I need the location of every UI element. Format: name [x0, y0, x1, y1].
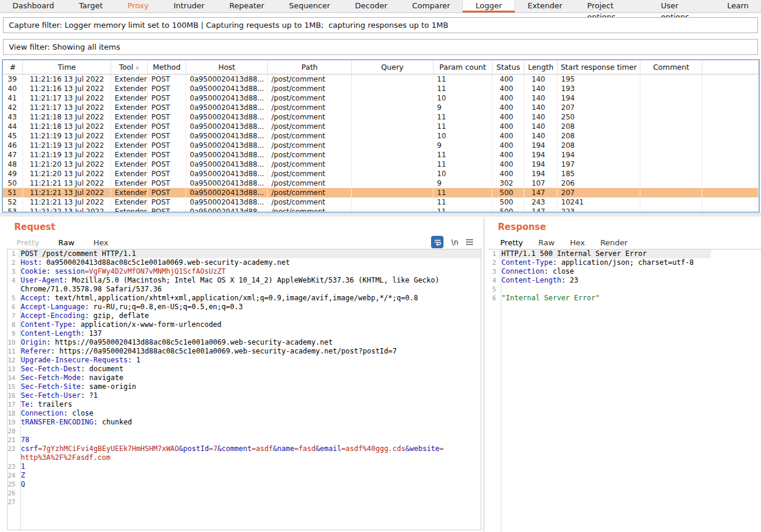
request-line-4: 4User-Agent: Mozilla/5.0 (Macintosh; Int… [8, 276, 481, 285]
cell-tool: Extender [111, 112, 148, 122]
column-header-time[interactable]: Time [23, 60, 111, 74]
syntax-segment: =VgFWy4D2vMfON7vMNMhjQ1ScfAOsUzZT [85, 267, 225, 275]
log-row-47[interactable]: 4711:21:19 13 Jul 2022ExtenderPOST0a9500… [3, 150, 759, 160]
line-number: 10 [8, 338, 18, 347]
syntax-segment: : https://0a9500020413d88ac08c5c1e001a00… [51, 347, 397, 355]
log-row-51[interactable]: 5111:21:21 13 Jul 2022ExtenderPOST0a9500… [3, 188, 759, 197]
cell-length: 140 [524, 93, 558, 103]
column-header-tool[interactable]: Tool∧ [111, 60, 148, 74]
cell-timer: 208 [558, 131, 640, 141]
main-tab-learn[interactable]: Learn [715, 0, 761, 12]
line-number: 15 [8, 382, 18, 391]
cell-timer: 197 [558, 160, 640, 169]
column-header-host[interactable]: Host [186, 60, 268, 74]
line-number: 26 [8, 489, 18, 498]
cell-method: POST [148, 131, 186, 141]
cell-path: /post/comment [268, 160, 352, 169]
view-filter-bar[interactable]: View filter: Showing all items [3, 39, 758, 55]
line-content: Content-Length: 23 [499, 276, 761, 285]
log-row-49[interactable]: 4911:21:20 13 Jul 2022ExtenderPOST0a9500… [3, 169, 759, 179]
cell-length: 243 [524, 197, 558, 207]
cell-comment [640, 103, 702, 112]
main-tab-extender[interactable]: Extender [515, 0, 575, 12]
column-header-start-response-timer[interactable]: Start response timer [558, 60, 640, 74]
cell-tool: Extender [111, 122, 148, 131]
response-line-1: 1HTTP/1.1 500 Internal Server Error [488, 249, 761, 258]
cell-id: 49 [3, 169, 23, 179]
column-header-param-count[interactable]: Param count [433, 60, 493, 74]
log-row-46[interactable]: 4611:21:19 13 Jul 2022ExtenderPOST0a9500… [3, 141, 759, 150]
cell-host: 0a9500020413d88... [186, 207, 268, 212]
capture-filter-bar[interactable]: Capture filter: Logger memory limit set … [3, 17, 758, 33]
word-wrap-toggle-icon[interactable] [431, 236, 443, 248]
cell-status: 400 [493, 112, 524, 122]
cell-id: 51 [3, 188, 23, 197]
newline-display-icon[interactable]: \n [451, 238, 458, 246]
syntax-segment: =fasd [294, 445, 316, 453]
log-row-52[interactable]: 5211:21:21 13 Jul 2022ExtenderPOST0a9500… [3, 197, 759, 207]
syntax-segment: : navigate [80, 374, 123, 382]
column-header-query[interactable]: Query [352, 60, 433, 74]
cell-host: 0a9500020413d88... [186, 103, 268, 112]
response-editor-tabs: PrettyRawHexRender [484, 236, 761, 248]
syntax-segment: session [55, 267, 85, 275]
column-header--[interactable]: # [3, 60, 23, 74]
column-header-status[interactable]: Status [493, 60, 524, 74]
line-content: tRANSFER-ENCODING: chunked [18, 418, 481, 427]
main-tab-project-options[interactable]: Project options [575, 0, 649, 12]
response-line-2: 2Content-Type: application/json; charset… [488, 258, 761, 267]
line-content: Sec-Fetch-Site: same-origin [18, 382, 481, 391]
cell-tool: Extender [111, 160, 148, 169]
request-line-20: 20 [8, 427, 481, 436]
log-row-50[interactable]: 5011:21:21 13 Jul 2022ExtenderPOST0a9500… [3, 179, 759, 188]
request-line-16: 16Sec-Fetch-User: ?1 [8, 391, 481, 400]
line-number: 12 [8, 356, 18, 365]
line-number: 3 [8, 267, 18, 276]
horizontal-splitter[interactable] [0, 213, 761, 216]
syntax-segment: Q [21, 480, 25, 488]
main-tab-sequencer[interactable]: Sequencer [277, 0, 342, 12]
editor-menu-icon[interactable] [466, 239, 473, 245]
column-header-length[interactable]: Length [524, 60, 558, 74]
cell-method: POST [148, 179, 186, 188]
request-line-24: 24Z [8, 471, 481, 480]
main-tab-comparer[interactable]: Comparer [400, 0, 462, 12]
column-header-comment[interactable]: Comment [640, 60, 702, 74]
main-tab-user-options[interactable]: User options [649, 0, 715, 12]
main-tab-dashboard[interactable]: Dashboard [0, 0, 67, 12]
line-number: 4 [8, 276, 18, 285]
cell-path: /post/comment [268, 141, 352, 150]
log-row-53[interactable]: 5311:21:22 13 Jul 2022ExtenderPOST0a9500… [3, 207, 759, 212]
main-tab-logger[interactable]: Logger [462, 0, 515, 12]
column-header-method[interactable]: Method [148, 60, 186, 74]
log-row-39[interactable]: 3911:21:16 13 Jul 2022ExtenderPOST0a9500… [3, 74, 759, 84]
syntax-segment: Content-Type [21, 320, 72, 329]
cell-timer: 207 [558, 188, 640, 197]
syntax-segment: &name [273, 445, 294, 453]
main-tab-decoder[interactable]: Decoder [342, 0, 400, 12]
log-row-45[interactable]: 4511:21:19 13 Jul 2022ExtenderPOST0a9500… [3, 131, 759, 141]
log-row-40[interactable]: 4011:21:16 13 Jul 2022ExtenderPOST0a9500… [3, 84, 759, 93]
cell-param_count: 11 [433, 207, 493, 212]
main-tab-target[interactable]: Target [67, 0, 115, 12]
cell-status: 400 [493, 150, 524, 160]
log-row-43[interactable]: 4311:21:18 13 Jul 2022ExtenderPOST0a9500… [3, 112, 759, 122]
log-row-44[interactable]: 4411:21:18 13 Jul 2022ExtenderPOST0a9500… [3, 122, 759, 131]
line-number: 17 [8, 400, 18, 409]
log-row-42[interactable]: 4211:21:17 13 Jul 2022ExtenderPOST0a9500… [3, 103, 759, 112]
main-tab-proxy[interactable]: Proxy [115, 0, 161, 12]
cell-method: POST [148, 112, 186, 122]
cell-length: 147 [524, 207, 558, 212]
main-tab-intruder[interactable]: Intruder [161, 0, 216, 12]
main-tab-repeater[interactable]: Repeater [217, 0, 277, 12]
request-editor-tabs: PrettyRawHex [0, 236, 484, 248]
log-row-48[interactable]: 4811:21:20 13 Jul 2022ExtenderPOST0a9500… [3, 160, 759, 169]
column-header-path[interactable]: Path [268, 60, 352, 74]
log-row-41[interactable]: 4111:21:17 13 Jul 2022ExtenderPOST0a9500… [3, 93, 759, 103]
syntax-segment: http%3A%2F%2Fasdf.com [21, 453, 111, 462]
cell-comment [640, 150, 702, 160]
cell-query [352, 122, 433, 131]
response-pretty-editor[interactable]: 1HTTP/1.1 500 Internal Server Error2Cont… [488, 249, 761, 532]
request-line-27: 27 [8, 498, 481, 507]
request-raw-editor[interactable]: 1POST /post/comment HTTP/1.12Host: 0a950… [7, 249, 481, 530]
